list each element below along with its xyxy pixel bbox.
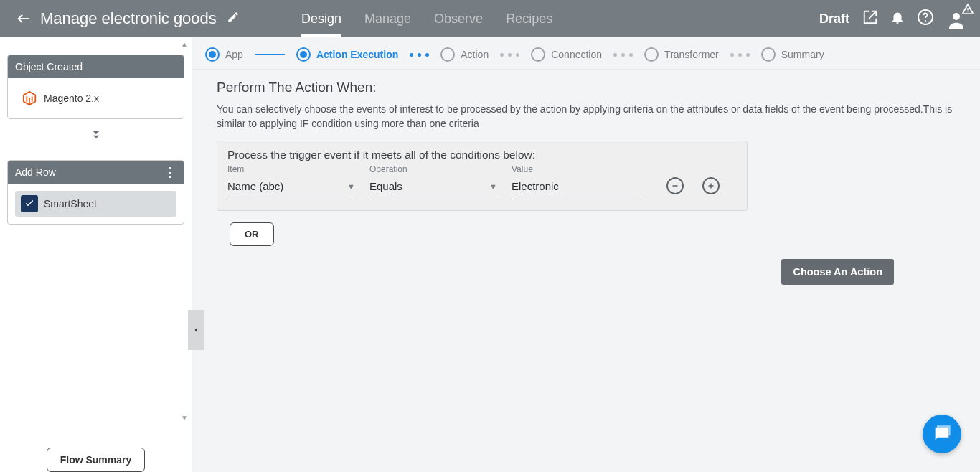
tab-observe[interactable]: Observe (434, 0, 483, 37)
help-icon[interactable] (917, 9, 934, 29)
sidebar-block-title: Object Created (15, 61, 83, 72)
remove-condition-button[interactable] (666, 177, 684, 194)
item-select[interactable]: Name (abc) ▼ (227, 177, 355, 197)
step-radio-icon (531, 47, 545, 62)
svg-point-2 (925, 20, 926, 22)
choose-action-button[interactable]: Choose An Action (781, 259, 894, 285)
sidebar-app-name: SmartSheet (44, 198, 97, 209)
flow-sidebar: ▲ Object Created Magento 2.x Add Row ⋮ (0, 37, 192, 472)
operation-label: Operation (369, 164, 497, 174)
edit-icon[interactable] (227, 11, 240, 27)
chat-fab[interactable] (923, 415, 961, 453)
step-radio-icon (205, 47, 220, 62)
conditions-heading: Process the trigger event if it meets al… (227, 148, 737, 161)
tab-manage[interactable]: Manage (364, 0, 411, 37)
scroll-down-icon[interactable]: ▼ (181, 414, 188, 422)
main-panel: App Action Execution Action Connection T… (192, 37, 980, 472)
top-bar: Manage electronic goods Design Manage Ob… (0, 0, 980, 37)
page-title: Manage electronic goods (40, 9, 217, 28)
step-connection[interactable]: Connection (531, 47, 602, 62)
step-radio-icon (761, 47, 776, 62)
magento-icon (21, 90, 38, 107)
step-separator (726, 53, 754, 57)
sidebar-block-action[interactable]: Add Row ⋮ SmartSheet (7, 160, 184, 225)
smartsheet-icon (21, 195, 38, 212)
tab-design[interactable]: Design (301, 0, 341, 37)
step-separator (609, 53, 637, 57)
kebab-icon[interactable]: ⋮ (164, 169, 176, 176)
bell-icon[interactable] (890, 9, 905, 28)
step-app[interactable]: App (205, 47, 243, 62)
step-separator (496, 53, 524, 57)
back-arrow-icon[interactable] (16, 11, 32, 27)
tab-recipes[interactable]: Recipes (506, 0, 552, 37)
sidebar-block-trigger[interactable]: Object Created Magento 2.x (7, 55, 184, 119)
operation-select[interactable]: Equals ▼ (369, 177, 497, 197)
mode-tabs: Design Manage Observe Recipes (301, 0, 552, 37)
sidebar-app-name: Magento 2.x (44, 93, 99, 104)
chevron-down-icon: ▼ (489, 182, 497, 191)
step-radio-icon (296, 47, 311, 62)
sidebar-block-head: Add Row ⋮ (8, 161, 184, 184)
collapse-sidebar-handle[interactable] (188, 310, 204, 350)
sidebar-block-head: Object Created (8, 55, 184, 78)
step-separator (250, 54, 289, 55)
conditions-panel: Process the trigger event if it meets al… (217, 141, 748, 211)
section-description: You can selectively choose the events of… (217, 103, 956, 131)
item-label: Item (227, 164, 355, 174)
step-separator (405, 53, 433, 57)
warning-badge-icon (961, 2, 974, 18)
step-transformer[interactable]: Transformer (644, 47, 719, 62)
step-action[interactable]: Action (440, 47, 489, 62)
open-external-icon[interactable] (862, 9, 878, 28)
step-summary[interactable]: Summary (761, 47, 824, 62)
topbar-icons (862, 6, 967, 31)
user-avatar[interactable] (946, 6, 967, 31)
flow-connector-icon (7, 128, 184, 146)
value-input[interactable] (512, 177, 639, 197)
condition-row: Item Name (abc) ▼ Operation Equals ▼ (227, 164, 737, 197)
chevron-down-icon: ▼ (347, 182, 355, 191)
value-label: Value (512, 164, 639, 174)
scroll-up-icon[interactable]: ▲ (181, 40, 188, 48)
draft-status: Draft (819, 11, 849, 27)
step-action-execution[interactable]: Action Execution (296, 47, 398, 62)
step-radio-icon (644, 47, 659, 62)
or-button[interactable]: OR (230, 222, 274, 246)
svg-point-3 (953, 13, 960, 20)
section-title: Perform The Action When: (217, 80, 960, 95)
flow-summary-button[interactable]: Flow Summary (47, 448, 146, 472)
add-condition-button[interactable] (702, 177, 720, 194)
step-radio-icon (440, 47, 455, 62)
sidebar-block-title: Add Row (15, 166, 56, 178)
wizard-steps: App Action Execution Action Connection T… (192, 37, 980, 70)
